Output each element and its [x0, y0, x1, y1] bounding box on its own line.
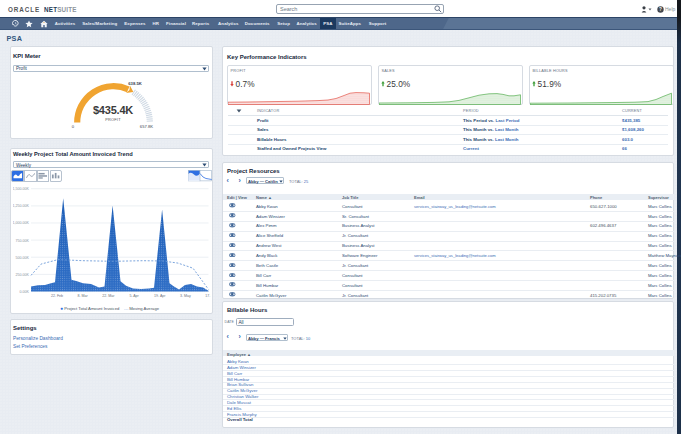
svg-text:22. Mar: 22. Mar: [102, 294, 115, 298]
svg-text:750.00K: 750.00K: [16, 239, 30, 243]
svg-text:250.00K: 250.00K: [16, 273, 30, 277]
svg-text:0.00K: 0.00K: [20, 290, 30, 294]
svg-text:22. Feb: 22. Feb: [51, 294, 63, 298]
svg-text:500.00K: 500.00K: [16, 256, 30, 260]
svg-text:17. M...: 17. M...: [205, 294, 211, 298]
svg-text:1,500.00K: 1,500.00K: [13, 187, 30, 191]
svg-text:19. Apr: 19. Apr: [154, 294, 166, 298]
svg-text:1,000.00K: 1,000.00K: [13, 221, 30, 225]
svg-text:5. Apr: 5. Apr: [129, 294, 139, 298]
svg-text:3. May: 3. May: [180, 294, 191, 298]
svg-text:8. Mar: 8. Mar: [78, 294, 89, 298]
svg-text:1,250.00K: 1,250.00K: [13, 204, 30, 208]
svg-text:?: ?: [659, 7, 662, 12]
